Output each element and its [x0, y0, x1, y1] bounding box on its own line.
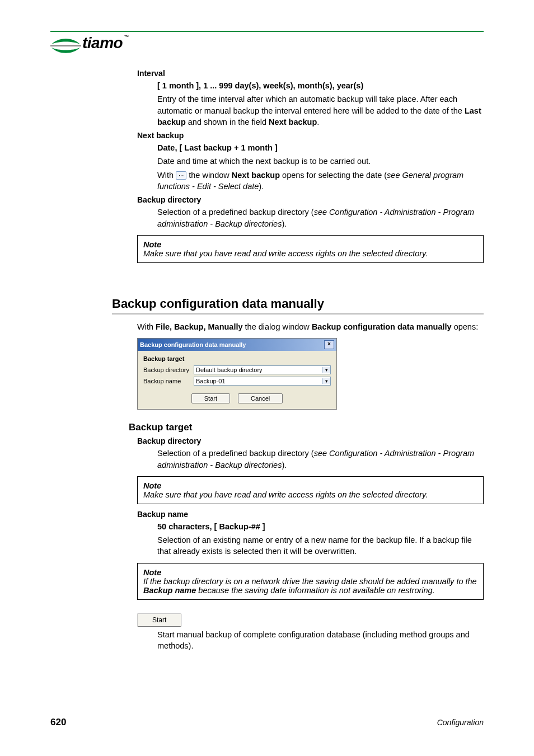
logo-text: tiamo™	[82, 34, 129, 51]
backupdir-body: Selection of a predefined backup directo…	[157, 206, 484, 229]
dialog-close-icon[interactable]: ×	[324, 340, 334, 349]
note-title: Note	[143, 240, 477, 249]
note-body: Make sure that you have read and write a…	[143, 490, 477, 499]
dialog-row-directory: Backup directory Default backup director…	[143, 365, 331, 374]
manual-backup-heading: Backup configuration data manually	[112, 297, 484, 314]
logo: tiamo™	[50, 34, 484, 57]
note-box-2: Note Make sure that you have read and wr…	[137, 476, 484, 504]
header-rule	[50, 31, 484, 32]
start-button-desc: Start manual backup of complete configur…	[157, 629, 484, 652]
nextbackup-label: Next backup	[137, 131, 484, 140]
logo-swoosh-icon	[50, 34, 81, 57]
backupdir-label: Backup directory	[137, 195, 484, 204]
note-body: If the backup directory is on a network …	[143, 577, 477, 595]
dialog-cancel-button[interactable]: Cancel	[238, 393, 283, 403]
nextbackup-line1: Date and time at which the next backup i…	[157, 156, 484, 167]
backupname-range: 50 characters, [ Backup-## ]	[157, 521, 484, 532]
note-title: Note	[143, 481, 477, 490]
ellipsis-button-icon: ···	[176, 171, 186, 180]
backupdir2-label: Backup directory	[137, 436, 484, 445]
nextbackup-range: Date, [ Last backup + 1 month ]	[157, 142, 484, 153]
dialog-section-label: Backup target	[143, 355, 331, 362]
dialog-row-name: Backup name Backup-01▾	[143, 377, 331, 386]
dialog-directory-label: Backup directory	[143, 367, 194, 373]
footer-section-label: Configuration	[437, 718, 484, 727]
dialog-title: Backup configuration data manually	[140, 341, 246, 348]
backupdir2-body: Selection of a predefined backup directo…	[157, 448, 484, 471]
note-title: Note	[143, 568, 477, 577]
dialog-name-select[interactable]: Backup-01▾	[194, 377, 331, 386]
page-footer: 620 Configuration	[50, 717, 484, 728]
chevron-down-icon: ▾	[322, 367, 330, 373]
backup-target-heading: Backup target	[129, 422, 484, 433]
dialog-directory-select[interactable]: Default backup directory▾	[194, 365, 331, 374]
manual-backup-intro: With File, Backup, Manually the dialog w…	[137, 321, 484, 332]
note-box-3: Note If the backup directory is on a net…	[137, 563, 484, 600]
chevron-down-icon: ▾	[322, 378, 330, 384]
backupname-label: Backup name	[137, 510, 484, 519]
interval-label: Interval	[137, 69, 484, 78]
dialog-name-label: Backup name	[143, 378, 194, 384]
backup-dialog: Backup configuration data manually × Bac…	[137, 338, 337, 410]
dialog-start-button[interactable]: Start	[191, 393, 230, 403]
interval-body: Entry of the time interval after which a…	[157, 93, 484, 128]
note-box-1: Note Make sure that you have read and wr…	[137, 235, 484, 263]
backupname-body: Selection of an existing name or entry o…	[157, 534, 484, 557]
nextbackup-line2: With ··· the window Next backup opens fo…	[157, 170, 484, 192]
start-button[interactable]: Start	[137, 613, 181, 627]
page-number: 620	[50, 717, 66, 728]
note-body: Make sure that you have read and write a…	[143, 249, 477, 258]
dialog-titlebar: Backup configuration data manually ×	[138, 339, 336, 351]
interval-range: [ 1 month ], 1 ... 999 day(s), week(s), …	[157, 80, 484, 91]
